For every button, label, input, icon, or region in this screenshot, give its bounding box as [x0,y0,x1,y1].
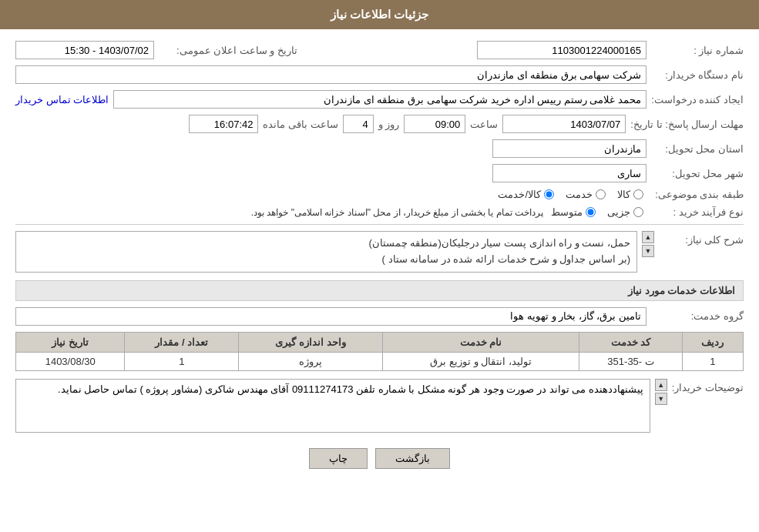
notes-textarea[interactable] [15,379,650,433]
response-remaining-input[interactable] [189,115,258,133]
response-time-input[interactable] [404,115,465,133]
creator-contact-link[interactable]: اطلاعات تماس خریدار [15,94,109,105]
category-khedmat-radio[interactable] [596,189,606,199]
back-button[interactable]: بازگشت [375,448,450,469]
category-kala-option[interactable]: کالا [617,189,643,200]
service-group-label: گروه خدمت: [651,310,744,322]
response-time-label: ساعت [470,119,498,130]
response-days-input[interactable] [343,115,374,133]
table-row: 1 ت -35-351 تولید، انتقال و توزیع برق پر… [16,352,744,370]
notes-scrollbar[interactable]: ▲ ▼ [655,379,667,405]
process-motavasset-radio[interactable] [586,207,596,217]
divider-1 [15,224,744,225]
service-group-input[interactable] [15,307,646,326]
need-number-label: شماره نیاز : [651,45,744,56]
category-radio-group: کالا خدمت کالا/خدمت [498,189,643,200]
province-input[interactable] [492,139,646,158]
response-remaining-label: ساعت باقی مانده [263,119,338,130]
creator-label: ایجاد کننده درخواست: [651,94,744,105]
col-row-num: ردیف [682,332,743,352]
response-days-label: روز و [378,119,400,130]
print-button[interactable]: چاپ [309,448,368,469]
category-kala-khedmat-option[interactable]: کالا/خدمت [498,189,554,200]
response-date-label: مهلت ارسال پاسخ: تا تاریخ: [630,119,744,130]
cell-service-name: تولید، انتقال و توزیع برق [382,352,579,370]
city-input[interactable] [492,164,646,182]
need-number-input[interactable] [477,41,646,59]
page-header: جزئیات اطلاعات نیاز [0,0,759,29]
col-service-name: نام خدمت [382,332,579,352]
category-khedmat-option[interactable]: خدمت [566,189,606,200]
process-note: پرداخت تمام یا بخشی از مبلغ خریدار، از م… [15,207,543,218]
notes-label: توضیحات خریدار: [672,379,744,393]
creator-input[interactable] [113,90,646,109]
cell-unit: پروژه [239,352,382,370]
col-date: تاریخ نیاز [16,332,125,352]
scroll-down-btn[interactable]: ▼ [642,245,654,257]
process-motavasset-option[interactable]: متوسط [551,206,596,218]
process-label: نوع فرآیند خرید : [651,206,744,218]
col-quantity: تعداد / مقدار [125,332,239,352]
service-section-title: اطلاعات خدمات مورد نیاز [15,280,744,301]
cell-service-code: ت -35-351 [579,352,682,370]
city-label: شهر محل تحویل: [651,168,744,179]
buyer-name-label: نام دستگاه خریدار: [651,69,744,81]
announce-date-input[interactable] [15,41,154,59]
col-service-code: کد خدمت [579,332,682,352]
category-kala-radio[interactable] [633,189,643,199]
page-title: جزئیات اطلاعات نیاز [331,8,428,21]
province-label: استان محل تحویل: [651,143,744,155]
process-jozi-radio[interactable] [633,207,643,217]
process-jozi-option[interactable]: جزیی [607,206,643,218]
process-radio-group: جزیی متوسط [551,206,643,218]
announce-date-label: تاریخ و ساعت اعلان عمومی: [159,45,297,56]
button-row: بازگشت چاپ [15,440,744,477]
cell-row-num: 1 [682,352,743,370]
buyer-name-input[interactable] [15,65,646,84]
cell-quantity: 1 [125,352,239,370]
description-scrollbar[interactable]: ▲ ▼ [642,231,654,257]
notes-scroll-up-btn[interactable]: ▲ [655,379,667,391]
scroll-up-btn[interactable]: ▲ [642,231,654,243]
services-table: ردیف کد خدمت نام خدمت واحد اندازه گیری ت… [15,332,744,371]
category-label: طبقه بندی موضوعی: [651,189,744,200]
col-unit: واحد اندازه گیری [239,332,382,352]
response-date-input[interactable] [502,115,626,133]
category-kala-khedmat-radio[interactable] [544,189,554,199]
description-text: حمل، نست و راه اندازی پست سیار درجلیکان(… [15,231,637,273]
cell-date: 1403/08/30 [16,352,125,370]
description-label: شرح کلی نیاز: [659,231,744,246]
notes-scroll-down-btn[interactable]: ▼ [655,393,667,405]
